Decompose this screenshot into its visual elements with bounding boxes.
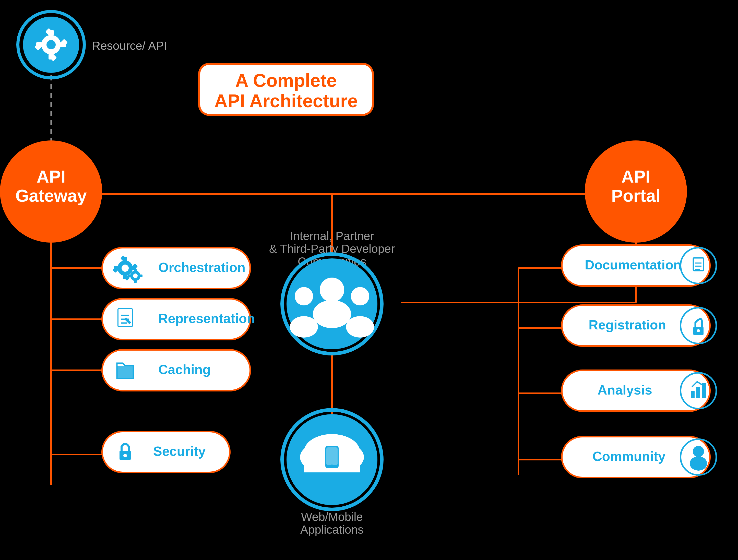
svg-rect-43: [326, 447, 338, 465]
title-line2: API Architecture: [214, 91, 358, 111]
documentation-label: Documentation: [585, 257, 681, 272]
svg-point-32: [313, 300, 351, 328]
caching-label: Caching: [158, 362, 211, 377]
api-portal-label-line1: API: [621, 167, 650, 186]
svg-rect-80: [691, 391, 695, 398]
analysis-label: Analysis: [598, 383, 652, 397]
svg-point-21: [46, 40, 56, 49]
api-gateway-label-line2: Gateway: [15, 186, 87, 205]
title-line1: A Complete: [235, 70, 337, 91]
svg-point-33: [295, 287, 313, 306]
svg-point-70: [123, 454, 127, 457]
webmobile-label-2: Applications: [300, 523, 364, 536]
svg-rect-60: [140, 274, 142, 277]
resource-api-label: Resource/ API: [92, 39, 167, 52]
representation-label: Representation: [158, 311, 255, 326]
api-gateway-label-line1: API: [36, 167, 65, 186]
communities-label-1: Internal, Partner: [290, 229, 374, 242]
security-label: Security: [153, 444, 206, 459]
svg-rect-62: [118, 309, 132, 327]
registration-label: Registration: [589, 318, 666, 332]
svg-point-78: [697, 329, 700, 332]
svg-point-31: [320, 277, 344, 302]
svg-point-36: [346, 316, 374, 338]
svg-point-35: [351, 287, 369, 306]
api-portal-label-line2: Portal: [611, 186, 661, 205]
svg-point-85: [693, 446, 704, 457]
svg-rect-61: [128, 274, 131, 277]
svg-rect-81: [696, 387, 700, 398]
svg-rect-59: [134, 280, 136, 283]
svg-rect-58: [134, 268, 136, 271]
svg-point-45: [331, 465, 333, 467]
svg-point-57: [133, 273, 138, 278]
svg-point-47: [121, 264, 129, 272]
webmobile-label-1: Web/Mobile: [301, 510, 363, 524]
community-label: Community: [593, 449, 666, 464]
orchestration-label: Orchestration: [158, 260, 246, 275]
svg-point-86: [690, 456, 707, 471]
svg-point-34: [290, 316, 318, 338]
svg-rect-68: [117, 366, 133, 379]
